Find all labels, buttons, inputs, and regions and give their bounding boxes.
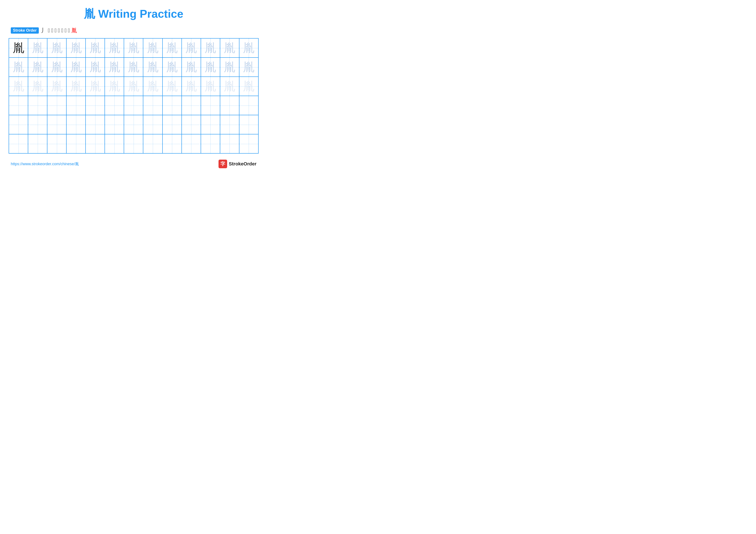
grid-cell <box>182 115 201 134</box>
grid-cell <box>105 134 124 153</box>
grid-cell: 胤 <box>182 58 201 77</box>
grid-cell <box>239 134 258 153</box>
grid-cell: 胤 <box>105 77 124 96</box>
grid-cell: 胤 <box>143 38 162 58</box>
grid-cell: 胤 <box>162 38 182 58</box>
grid-char: 胤 <box>147 62 159 73</box>
grid-cell: 胤 <box>86 38 105 58</box>
grid-cell <box>182 134 201 153</box>
grid-char: 胤 <box>243 42 255 54</box>
grid-char: 胤 <box>224 81 235 92</box>
grid-cell: 胤 <box>9 58 28 77</box>
grid-char: 胤 <box>109 81 120 92</box>
grid-cell <box>86 134 105 153</box>
grid-cell: 胤 <box>67 38 86 58</box>
grid-cell <box>182 96 201 115</box>
grid-cell: 胤 <box>67 77 86 96</box>
grid-char: 胤 <box>109 42 120 54</box>
grid-cell: 胤 <box>124 58 143 77</box>
grid-char: 胤 <box>70 62 82 73</box>
grid-char: 胤 <box>243 62 255 73</box>
brand-icon: 字 <box>219 160 227 168</box>
grid-char: 胤 <box>109 62 120 73</box>
grid-cell <box>47 96 67 115</box>
page-title: 胤 Writing Practice <box>9 7 258 21</box>
grid-char: 胤 <box>204 81 216 92</box>
grid-char: 胤 <box>185 62 197 73</box>
grid-char: 胤 <box>13 62 24 73</box>
grid-char: 胤 <box>13 42 24 54</box>
grid-cell <box>239 115 258 134</box>
grid-cell: 胤 <box>9 77 28 96</box>
grid-cell <box>239 96 258 115</box>
grid-char: 胤 <box>166 62 178 73</box>
grid-cell <box>143 96 162 115</box>
grid-cell <box>9 96 28 115</box>
grid-cell <box>47 115 67 134</box>
grid-cell <box>162 134 182 153</box>
grid-cell: 胤 <box>239 77 258 96</box>
grid-char: 胤 <box>185 81 197 92</box>
grid-char: 胤 <box>13 81 24 92</box>
grid-char: 胤 <box>90 81 101 92</box>
grid-cell <box>28 96 47 115</box>
grid-cell: 胤 <box>220 77 239 96</box>
grid-cell: 胤 <box>67 58 86 77</box>
footer-brand: 字 StrokeOrder <box>219 160 256 168</box>
grid-cell <box>201 115 220 134</box>
grid-cell <box>67 115 86 134</box>
grid-row <box>9 96 258 115</box>
grid-cell <box>220 96 239 115</box>
grid-char: 胤 <box>128 62 139 73</box>
grid-cell: 胤 <box>47 77 67 96</box>
grid-cell: 胤 <box>9 38 28 58</box>
grid-char: 胤 <box>224 42 235 54</box>
grid-char: 胤 <box>51 62 63 73</box>
grid-cell: 胤 <box>86 58 105 77</box>
grid-cell: 胤 <box>28 38 47 58</box>
grid-cell: 胤 <box>201 58 220 77</box>
grid-char: 胤 <box>51 42 63 54</box>
grid-cell: 胤 <box>201 38 220 58</box>
footer-url: https://www.strokeorder.com/chinese/胤 <box>11 161 79 166</box>
grid-cell: 胤 <box>124 77 143 96</box>
grid-char: 胤 <box>128 42 139 54</box>
grid-row <box>9 115 258 134</box>
grid-cell: 胤 <box>143 77 162 96</box>
practice-grid: 胤胤胤胤胤胤胤胤胤胤胤胤胤胤胤胤胤胤胤胤胤胤胤胤胤胤胤胤胤胤胤胤胤胤胤胤胤胤胤 <box>9 38 258 154</box>
grid-char: 胤 <box>70 42 82 54</box>
grid-cell: 胤 <box>124 38 143 58</box>
stroke-order-row: Stroke Order 丿 𠃌 𠃍 𠃌 𠄎 𠄌 𠄌 𠄌 胤 <box>9 27 258 34</box>
grid-char: 胤 <box>224 62 235 73</box>
grid-char: 胤 <box>51 81 63 92</box>
brand-name: StrokeOrder <box>229 161 256 167</box>
grid-cell <box>47 134 67 153</box>
grid-char: 胤 <box>185 42 197 54</box>
grid-char: 胤 <box>32 42 43 54</box>
grid-char: 胤 <box>204 42 216 54</box>
grid-row <box>9 134 258 153</box>
grid-cell <box>162 96 182 115</box>
grid-cell <box>86 96 105 115</box>
grid-cell: 胤 <box>47 38 67 58</box>
grid-cell: 胤 <box>86 77 105 96</box>
grid-cell <box>105 96 124 115</box>
grid-cell: 胤 <box>105 38 124 58</box>
grid-cell <box>28 115 47 134</box>
grid-cell <box>143 115 162 134</box>
stroke-steps: 丿 𠃌 𠃍 𠃌 𠄎 𠄌 𠄌 𠄌 胤 <box>41 27 77 34</box>
grid-cell: 胤 <box>28 77 47 96</box>
grid-cell: 胤 <box>239 58 258 77</box>
grid-char: 胤 <box>147 81 159 92</box>
grid-cell <box>162 115 182 134</box>
grid-cell <box>201 96 220 115</box>
grid-cell: 胤 <box>105 58 124 77</box>
grid-char: 胤 <box>128 81 139 92</box>
grid-cell: 胤 <box>201 77 220 96</box>
grid-cell <box>28 134 47 153</box>
grid-cell <box>220 115 239 134</box>
grid-row: 胤胤胤胤胤胤胤胤胤胤胤胤胤 <box>9 58 258 77</box>
grid-cell <box>67 134 86 153</box>
grid-cell: 胤 <box>162 77 182 96</box>
stroke-order-badge: Stroke Order <box>11 27 39 34</box>
